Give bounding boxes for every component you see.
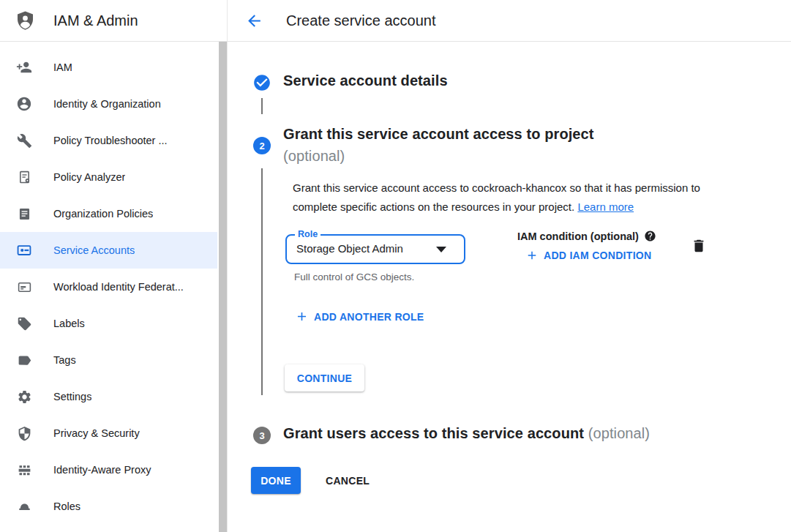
iam-condition-header: IAM condition (optional)	[517, 230, 656, 242]
wrench-icon	[15, 132, 33, 149]
tag-icon	[15, 351, 33, 369]
dropdown-caret-icon	[436, 247, 446, 252]
sidebar-item-settings[interactable]: Settings	[0, 378, 217, 415]
iam-admin-shield-icon	[15, 9, 36, 33]
hat-icon	[15, 498, 33, 515]
step1-completed-check-icon	[252, 73, 271, 95]
add-another-role-button[interactable]: ADD ANOTHER ROLE	[295, 310, 424, 323]
role-helper-text: Full control of GCS objects.	[294, 271, 414, 282]
help-icon[interactable]	[644, 230, 656, 242]
header: IAM & Admin Create service account	[0, 0, 791, 42]
add-iam-condition-button[interactable]: ADD IAM CONDITION	[525, 249, 651, 262]
plus-icon	[295, 310, 309, 323]
id-card-icon	[15, 278, 33, 296]
document-icon	[15, 205, 33, 222]
sidebar-item-identity-organization[interactable]: Identity & Organization	[0, 86, 217, 122]
delete-role-trash-icon[interactable]	[691, 238, 707, 254]
sidebar: IAM Identity & Organization Policy Troub…	[0, 42, 228, 532]
step3-optional-suffix: (optional)	[588, 425, 650, 441]
plus-icon	[525, 249, 539, 262]
step2-title: Grant this service account access to pro…	[283, 123, 649, 167]
app-title: IAM & Admin	[53, 12, 138, 29]
role-field-label: Role	[295, 229, 320, 239]
person-add-icon	[15, 59, 33, 76]
step3-title: Grant users access to this service accou…	[283, 425, 650, 442]
account-circle-icon	[15, 95, 33, 113]
gcp-console-window: IAM & Admin Create service account IAM I…	[0, 0, 791, 532]
stepper-connector-line	[261, 168, 263, 395]
back-arrow-button[interactable]	[244, 11, 263, 30]
sidebar-scrollbar-thumb[interactable]	[219, 42, 227, 532]
sidebar-item-privacy-security[interactable]: Privacy & Security	[0, 415, 217, 452]
header-left: IAM & Admin	[0, 0, 228, 41]
sidebar-item-organization-policies[interactable]: Organization Policies	[0, 195, 217, 232]
policy-analyzer-icon	[15, 168, 33, 186]
sidebar-item-service-accounts[interactable]: Service Accounts	[0, 232, 217, 269]
role-dropdown[interactable]: Role Storage Object Admin	[285, 234, 465, 264]
done-button[interactable]: DONE	[251, 467, 301, 494]
service-account-icon	[15, 241, 33, 259]
stepper-connector-line	[261, 98, 263, 114]
proxy-grid-icon	[15, 461, 33, 479]
step2-description: Grant this service account access to coc…	[293, 179, 719, 216]
price-tag-icon	[15, 315, 33, 332]
step3-number-badge: 3	[253, 427, 271, 444]
step2-optional-suffix: (optional)	[283, 148, 345, 164]
step1-title: Service account details	[283, 72, 448, 89]
step2-number-badge: 2	[253, 137, 271, 154]
header-main: Create service account	[228, 0, 791, 41]
create-service-account-form: Service account details 2 Grant this ser…	[228, 42, 791, 532]
sidebar-item-tags[interactable]: Tags	[0, 342, 217, 378]
sidebar-item-policy-troubleshooter[interactable]: Policy Troubleshooter ...	[0, 122, 217, 159]
iam-condition-label: IAM condition (optional)	[517, 231, 639, 242]
sidebar-item-policy-analyzer[interactable]: Policy Analyzer	[0, 159, 217, 195]
sidebar-item-identity-aware-proxy[interactable]: Identity-Aware Proxy	[0, 452, 217, 488]
page-title: Create service account	[286, 12, 436, 29]
gear-icon	[15, 388, 33, 405]
shield-icon	[15, 424, 33, 442]
cancel-button[interactable]: CANCEL	[326, 467, 370, 494]
continue-button[interactable]: CONTINUE	[285, 364, 364, 391]
sidebar-item-labels[interactable]: Labels	[0, 305, 217, 342]
sidebar-item-roles[interactable]: Roles	[0, 488, 217, 525]
sidebar-item-iam[interactable]: IAM	[0, 49, 217, 86]
learn-more-link[interactable]: Learn more	[577, 201, 634, 213]
sidebar-item-workload-identity-federation[interactable]: Workload Identity Federat...	[0, 269, 217, 305]
